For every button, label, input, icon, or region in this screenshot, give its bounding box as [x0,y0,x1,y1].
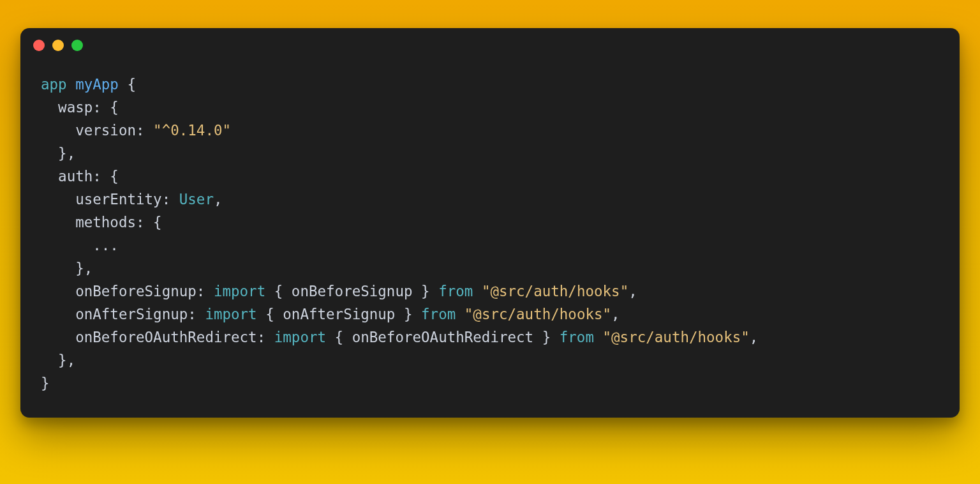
code-token [67,76,76,93]
code-token: }, [41,145,75,162]
code-token: } [41,375,50,391]
code-token: userEntity [41,191,162,208]
code-token: auth [41,168,93,185]
code-token: : [136,122,153,139]
code-token: { onBeforeSignup } [265,283,438,299]
code-token: : [257,329,274,345]
code-token: from [560,329,594,345]
code-token: from [421,306,456,322]
code-token: version [41,122,136,139]
code-token: "@src/auth/hooks" [482,283,628,299]
code-token [473,283,482,299]
code-token: app [41,76,67,93]
minimize-icon[interactable] [52,40,64,51]
code-token: : [188,306,205,322]
code-token [456,306,464,322]
window-titlebar [20,28,960,63]
code-token: "^0.14.0" [153,122,231,139]
code-token: }, [41,352,75,368]
code-token [594,329,603,345]
zoom-icon[interactable] [71,40,83,51]
code-token: { [119,76,136,93]
code-token: { onBeforeOAuthRedirect } [326,329,560,345]
code-token: import [214,283,265,299]
code-token: }, [41,260,93,276]
code-token: from [438,283,473,299]
code-token: "@src/auth/hooks" [603,329,750,345]
code-token: onBeforeOAuthRedirect [41,329,257,345]
code-token: methods [41,214,136,231]
code-token: : { [93,99,119,116]
code-token: : [162,191,179,208]
code-token: import [274,329,326,345]
code-token: , [214,191,223,208]
code-window: app myApp { wasp: { version: "^0.14.0" }… [20,28,960,418]
code-token: onAfterSignup [41,306,188,322]
code-token: onBeforeSignup [41,283,197,299]
code-token: import [205,306,256,322]
code-token: { onAfterSignup } [257,306,421,322]
code-token: , [750,329,759,345]
code-token: ... [41,237,119,253]
code-token: "@src/auth/hooks" [464,306,611,322]
close-icon[interactable] [33,40,45,51]
code-token: wasp [41,99,93,116]
code-token: : { [136,214,162,231]
code-token: , [611,306,620,322]
code-token: User [179,191,214,208]
code-token: : [197,283,214,299]
code-block: app myApp { wasp: { version: "^0.14.0" }… [20,63,960,395]
code-token: : { [93,168,119,185]
code-token: , [628,283,637,299]
code-token: myApp [75,76,119,93]
